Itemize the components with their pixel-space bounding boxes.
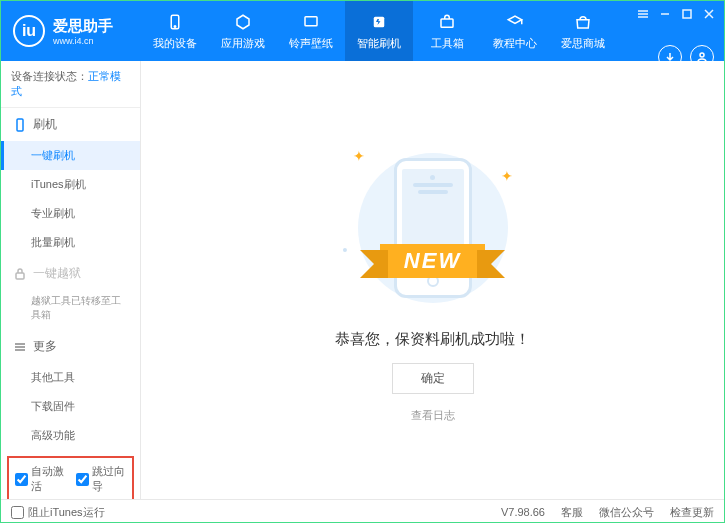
apps-icon (233, 12, 253, 32)
device-icon (165, 12, 185, 32)
sidebar-item-pro-flash[interactable]: 专业刷机 (1, 199, 140, 228)
app-header: iu 爱思助手 www.i4.cn 我的设备 应用游戏 铃声壁纸 智能刷机 工具… (1, 1, 724, 61)
section-flash[interactable]: 刷机 (1, 108, 140, 141)
jailbreak-note: 越狱工具已转移至工具箱 (1, 290, 140, 330)
svg-rect-4 (441, 19, 453, 27)
service-link[interactable]: 客服 (561, 505, 583, 520)
sidebar-item-batch-flash[interactable]: 批量刷机 (1, 228, 140, 257)
section-jailbreak: 一键越狱 (1, 257, 140, 290)
svg-point-1 (174, 25, 176, 27)
ribbon-new: NEW (380, 244, 485, 278)
svg-rect-7 (17, 119, 23, 131)
sidebar-item-advanced[interactable]: 高级功能 (1, 421, 140, 450)
nav-flash[interactable]: 智能刷机 (345, 1, 413, 61)
view-log-link[interactable]: 查看日志 (411, 408, 455, 423)
footer: 阻止iTunes运行 V7.98.66 客服 微信公众号 检查更新 (1, 499, 724, 523)
connection-status: 设备连接状态：正常模式 (1, 61, 140, 108)
nav-ringtones[interactable]: 铃声壁纸 (277, 1, 345, 61)
sidebar-item-itunes-flash[interactable]: iTunes刷机 (1, 170, 140, 199)
app-subtitle: www.i4.cn (53, 36, 113, 46)
success-illustration: ✦ ✦ • NEW (323, 138, 543, 318)
more-icon (13, 340, 27, 354)
nav-apps[interactable]: 应用游戏 (209, 1, 277, 61)
svg-rect-5 (683, 10, 691, 18)
update-link[interactable]: 检查更新 (670, 505, 714, 520)
options-box: 自动激活 跳过向导 (7, 456, 134, 499)
nav-store[interactable]: 爱思商城 (549, 1, 617, 61)
svg-rect-2 (305, 16, 317, 25)
svg-point-6 (700, 53, 704, 57)
checkbox-auto-activate[interactable]: 自动激活 (15, 464, 66, 494)
window-controls (636, 7, 716, 21)
svg-rect-8 (16, 273, 24, 279)
checkbox-skip-guide[interactable]: 跳过向导 (76, 464, 127, 494)
ok-button[interactable]: 确定 (392, 363, 474, 394)
sidebar: 设备连接状态：正常模式 刷机 一键刷机 iTunes刷机 专业刷机 批量刷机 一… (1, 61, 141, 499)
app-title: 爱思助手 (53, 17, 113, 36)
wallpaper-icon (301, 12, 321, 32)
menu-icon[interactable] (636, 7, 650, 21)
main-content: ✦ ✦ • NEW 恭喜您，保资料刷机成功啦！ 确定 查看日志 (141, 61, 724, 499)
sidebar-item-download-firmware[interactable]: 下载固件 (1, 392, 140, 421)
wechat-link[interactable]: 微信公众号 (599, 505, 654, 520)
lock-icon (13, 267, 27, 281)
sidebar-item-other-tools[interactable]: 其他工具 (1, 363, 140, 392)
minimize-icon[interactable] (658, 7, 672, 21)
logo-area: iu 爱思助手 www.i4.cn (1, 15, 141, 47)
logo-icon: iu (13, 15, 45, 47)
nav-my-device[interactable]: 我的设备 (141, 1, 209, 61)
close-icon[interactable] (702, 7, 716, 21)
maximize-icon[interactable] (680, 7, 694, 21)
flash-icon (369, 12, 389, 32)
nav-tutorial[interactable]: 教程中心 (481, 1, 549, 61)
version-label: V7.98.66 (501, 506, 545, 518)
section-more[interactable]: 更多 (1, 330, 140, 363)
sidebar-item-oneclick-flash[interactable]: 一键刷机 (1, 141, 140, 170)
tutorial-icon (505, 12, 525, 32)
store-icon (573, 12, 593, 32)
success-message: 恭喜您，保资料刷机成功啦！ (335, 330, 530, 349)
phone-icon (13, 118, 27, 132)
checkbox-block-itunes[interactable]: 阻止iTunes运行 (11, 505, 105, 520)
nav-toolbox[interactable]: 工具箱 (413, 1, 481, 61)
toolbox-icon (437, 12, 457, 32)
